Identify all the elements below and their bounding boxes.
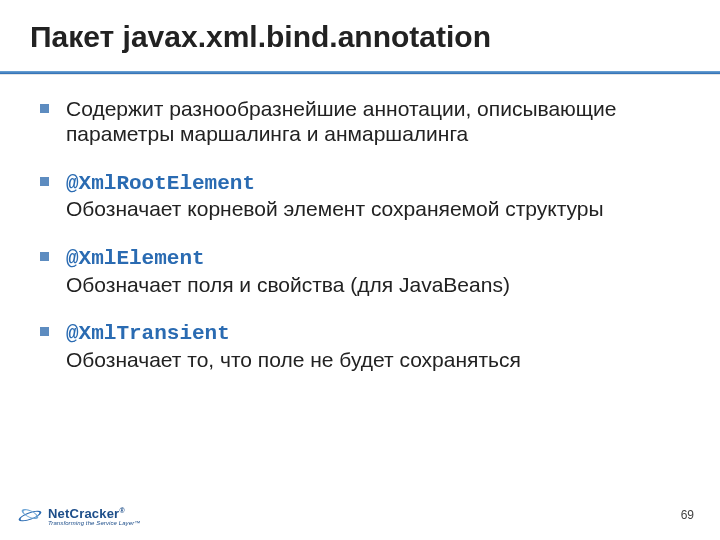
bullet-list: Содержит разнообразнейшие аннотации, опи…: [40, 96, 680, 373]
bullet-text: Обозначает то, что поле не будет сохраня…: [66, 348, 521, 371]
slide: Пакет javax.xml.bind.annotation Содержит…: [0, 0, 720, 540]
brand-logo: NetCracker® Transforming the Service Lay…: [18, 506, 140, 526]
annotation-code: @XmlTransient: [66, 322, 230, 345]
page-number: 69: [681, 508, 694, 522]
annotation-code: @XmlElement: [66, 247, 205, 270]
bullet-item: @XmlElement Обозначает поля и свойства (…: [40, 244, 680, 297]
brand-tagline: Transforming the Service Layer™: [48, 520, 140, 526]
brand-name: NetCracker®: [48, 507, 140, 520]
bullet-text: Обозначает поля и свойства (для JavaBean…: [66, 273, 510, 296]
footer: NetCracker® Transforming the Service Lay…: [0, 492, 720, 526]
content-area: Содержит разнообразнейшие аннотации, опи…: [0, 74, 720, 373]
reg-mark: ®: [119, 507, 124, 514]
bullet-text: Содержит разнообразнейшие аннотации, опи…: [66, 97, 617, 146]
annotation-code: @XmlRootElement: [66, 172, 255, 195]
bullet-text: Обозначает корневой элемент сохраняемой …: [66, 197, 604, 220]
logo-text-block: NetCracker® Transforming the Service Lay…: [48, 507, 140, 526]
bullet-item: Содержит разнообразнейшие аннотации, опи…: [40, 96, 680, 147]
slide-title: Пакет javax.xml.bind.annotation: [0, 0, 720, 65]
brand-name-text: NetCracker: [48, 506, 119, 521]
bullet-item: @XmlRootElement Обозначает корневой элем…: [40, 169, 680, 222]
bullet-item: @XmlTransient Обозначает то, что поле не…: [40, 319, 680, 372]
logo-icon: [18, 506, 42, 526]
